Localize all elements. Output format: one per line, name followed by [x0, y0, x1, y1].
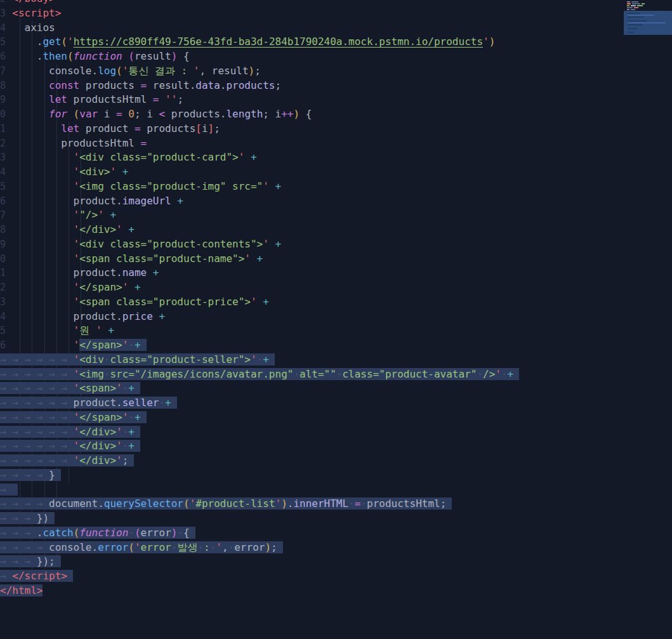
code-token — [257, 296, 263, 308]
whitespace-marker: · — [210, 541, 216, 553]
whitespace-marker: · — [177, 527, 183, 539]
code-token: var — [79, 108, 98, 120]
code-line[interactable]: → → → → → → '</div>'·+ — [0, 425, 672, 440]
code-line[interactable]: let product = products[i]; — [0, 122, 672, 136]
code-line[interactable]: let productsHtml = ''; — [0, 93, 672, 107]
whitespace-marker: → → → → → → — [0, 382, 74, 394]
code-line[interactable]: '<span class="product-name">' + — [0, 252, 672, 267]
code-token: ' — [74, 253, 80, 265]
code-line[interactable]: productsHtml = — [0, 136, 672, 151]
minimap-selected-line — [628, 22, 666, 23]
code-line[interactable]: '<img class="product-img" src="' + — [0, 180, 672, 194]
code-token: [ — [195, 122, 202, 135]
code-editor[interactable]: </body> <script> axios .get('https://c89… — [0, 0, 672, 598]
code-line[interactable]: .then(function (result) { — [0, 49, 672, 64]
code-token: }) — [37, 512, 49, 524]
code-token: error — [141, 541, 171, 553]
code-token — [0, 0, 12, 4]
whitespace-marker: → → → → → → — [0, 411, 74, 423]
code-line[interactable]: console.log('통신 결과 : ', result); — [0, 64, 672, 79]
code-line[interactable]: → → → → → → '</span>'·+ — [0, 411, 672, 425]
code-token: ' — [74, 382, 80, 394]
code-line[interactable]: → → → → } — [0, 468, 672, 483]
code-line[interactable]: '<div class="product-contents">' + — [0, 237, 672, 252]
code-editor-viewport: { "theme": { "background": "#141927", "s… — [0, 0, 672, 639]
code-line[interactable]: → → → → → → '</div>'; — [0, 454, 672, 468]
code-line[interactable]: → → → }) — [0, 511, 672, 526]
code-line[interactable]: <script> — [0, 6, 672, 21]
code-line[interactable]: '<div>' + — [0, 165, 672, 180]
code-line[interactable]: product.price + — [0, 310, 672, 324]
code-token: product. — [74, 397, 122, 409]
minimap-selected-line — [628, 13, 640, 14]
minimap-selected-line — [628, 15, 654, 16]
code-line[interactable]: '<div class="product-card">' + — [0, 150, 672, 165]
code-token: <img — [79, 368, 104, 380]
code-token: + — [135, 339, 141, 351]
code-token: name — [122, 267, 147, 279]
code-token: ' — [67, 36, 74, 48]
whitespace-marker: · — [293, 368, 300, 380]
code-token — [269, 180, 275, 192]
whitespace-marker: · — [171, 541, 178, 553]
code-token: ; — [275, 79, 282, 91]
code-line[interactable]: </body> — [0, 0, 672, 6]
code-token: <div class="product-contents"> — [79, 238, 263, 250]
selection-highlight: → → → → console.error('error·발생·:·',·err… — [0, 541, 283, 553]
code-token: ) — [171, 527, 178, 539]
whitespace-marker: → → → → → → — [0, 454, 74, 466]
code-token: + — [263, 353, 269, 366]
code-line[interactable]: </html> — [0, 584, 672, 598]
code-line[interactable]: '"/>' + — [0, 208, 672, 223]
code-line[interactable]: → → → → document.querySelector('#product… — [0, 497, 672, 511]
whitespace-marker: → → → — [0, 527, 37, 539]
code-line[interactable]: → → → → → → '<img·src="/images/icons/ava… — [0, 367, 672, 382]
code-token: + — [263, 296, 269, 308]
code-line[interactable]: '원 ' + — [0, 324, 672, 338]
code-token: ; — [177, 93, 183, 105]
whitespace-marker: · — [348, 497, 355, 510]
code-token: </div> — [79, 440, 116, 452]
minimap[interactable] — [623, 0, 672, 39]
code-line[interactable]: → → → → → → '<div·class="product-seller"… — [0, 353, 672, 367]
code-line[interactable]: '</span>'·+ — [0, 338, 672, 353]
code-line[interactable]: '</span>' + — [0, 280, 672, 295]
code-line[interactable]: '</div>' + — [0, 223, 672, 237]
code-token: : — [204, 541, 210, 553]
code-line[interactable]: → — [0, 483, 672, 497]
code-token — [0, 79, 49, 91]
code-token — [147, 267, 153, 279]
code-line[interactable]: → → → → console.error('error·발생·:·',·err… — [0, 541, 672, 555]
code-token: ' — [190, 497, 196, 510]
code-line[interactable]: → → → }); — [0, 555, 672, 569]
code-line[interactable]: axios — [0, 21, 672, 36]
code-token: ' — [251, 296, 257, 308]
code-token: ' — [74, 426, 80, 438]
code-line[interactable]: → → → → → → product.seller·+ — [0, 396, 672, 411]
code-line[interactable]: product.imageUrl + — [0, 194, 672, 209]
code-token: https://c890ff49-756e-43fd-ba3d-284b1790… — [74, 36, 483, 48]
code-line[interactable]: for (var i = 0; i < products.length; i++… — [0, 107, 672, 122]
code-line[interactable]: → → → .catch(function·(error)·{ — [0, 526, 672, 541]
code-line[interactable]: product.name + — [0, 266, 672, 280]
code-token: ' — [74, 454, 80, 466]
code-token: . — [37, 50, 43, 62]
code-token: </span> — [79, 411, 122, 423]
code-token: then — [43, 50, 67, 62]
code-line[interactable]: → </script> — [0, 569, 672, 584]
code-line[interactable]: '<span class="product-price">' + — [0, 295, 672, 310]
code-line[interactable]: → → → → → → '</div>'·+ — [0, 439, 672, 454]
code-token: let — [49, 93, 67, 105]
code-token — [0, 137, 61, 149]
minimap-selected-line — [628, 24, 643, 25]
code-token: ' — [74, 209, 80, 221]
code-token: ' — [74, 411, 80, 423]
code-line[interactable]: .get('https://c890ff49-756e-43fd-ba3d-28… — [0, 35, 672, 49]
code-line[interactable]: const products = result.data.products; — [0, 79, 672, 93]
whitespace-marker: → → → → — [0, 541, 49, 553]
code-token — [0, 310, 74, 322]
code-token: </div> — [79, 426, 116, 438]
code-token: { — [177, 50, 189, 62]
code-token — [0, 151, 74, 163]
code-line[interactable]: → → → → → → '<span>'·+ — [0, 381, 672, 396]
